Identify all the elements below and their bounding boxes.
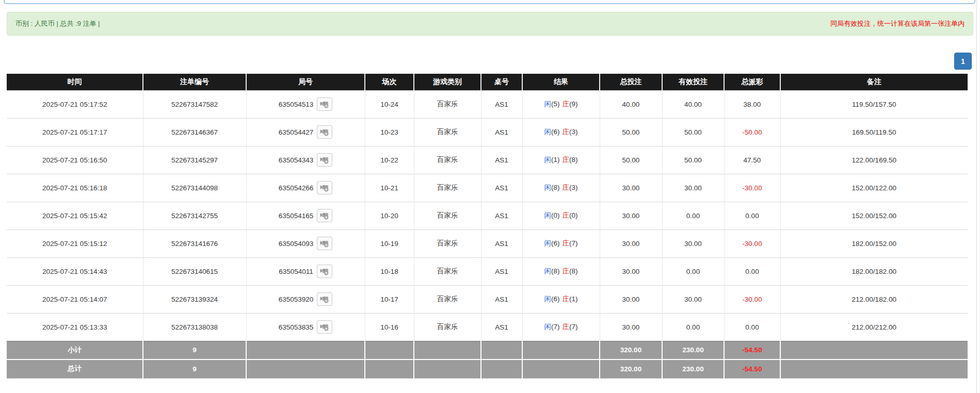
cell-valid-bet: 0.00 xyxy=(662,257,724,285)
bet-record-row: 2025-07-21 05:15:42 522673142755 6350541… xyxy=(7,202,968,230)
footer-empty-cell xyxy=(246,359,365,378)
cell-remark: 119.50/157.50 xyxy=(780,90,968,118)
cell-table-no: AS1 xyxy=(481,257,522,285)
cell-session: 10-22 xyxy=(365,146,414,174)
cell-total-bet-link[interactable]: 30.00 xyxy=(600,174,662,202)
cell-game-type: 百家乐 xyxy=(414,174,481,202)
cell-remark: 152.00/122.00 xyxy=(780,174,968,202)
cell-total-bet-link[interactable]: 30.00 xyxy=(600,285,662,313)
total-count: 9 xyxy=(143,359,246,378)
cell-time: 2025-07-21 05:15:42 xyxy=(7,202,143,230)
video-replay-button[interactable] xyxy=(317,97,332,111)
cell-round-id: 635054165 xyxy=(246,202,365,230)
round-number: 635054427 xyxy=(279,128,314,136)
bet-record-row: 2025-07-21 05:16:50 522673145297 6350543… xyxy=(7,146,968,174)
banker-result-label: 庄 xyxy=(563,239,570,247)
cell-session: 10-21 xyxy=(365,174,414,202)
cell-time: 2025-07-21 05:14:07 xyxy=(7,285,143,313)
video-replay-button[interactable] xyxy=(317,292,332,306)
player-result-points: (8) xyxy=(551,184,560,191)
currency-summary-text: 币别 : 人民币 | 总共 :9 注单 | xyxy=(15,19,100,28)
footer-empty-cell xyxy=(481,341,522,359)
cell-total-bet-link[interactable]: 30.00 xyxy=(600,313,662,341)
bet-record-row: 2025-07-21 05:16:18 522673144098 6350542… xyxy=(7,174,968,202)
table-body: 2025-07-21 05:17:52 522673147582 6350545… xyxy=(7,90,968,341)
cell-bet-id: 522673147582 xyxy=(143,90,246,118)
cell-result: 闲(6)庄(7) xyxy=(522,230,600,257)
cell-bet-id: 522673146367 xyxy=(143,118,246,146)
cell-session: 10-17 xyxy=(365,285,414,313)
cell-payout: -50.00 xyxy=(724,118,780,146)
cell-table-no: AS1 xyxy=(481,313,522,341)
cell-valid-bet: 0.00 xyxy=(662,313,724,341)
banker-result-points: (9) xyxy=(569,100,578,108)
banker-result-points: (8) xyxy=(569,267,578,275)
cell-valid-bet: 50.00 xyxy=(662,118,724,146)
video-replay-button[interactable] xyxy=(317,209,332,222)
video-camera-icon xyxy=(320,295,329,303)
cell-total-bet-link[interactable]: 30.00 xyxy=(600,230,662,257)
footer-empty-cell xyxy=(522,341,600,359)
cell-total-bet-link[interactable]: 30.00 xyxy=(600,202,662,230)
cell-remark: 122.00/169.50 xyxy=(780,146,968,174)
player-result-label: 闲 xyxy=(544,128,552,136)
cell-time: 2025-07-21 05:13:33 xyxy=(7,313,143,341)
player-result-points: (0) xyxy=(551,211,560,219)
cell-remark: 212.00/212.00 xyxy=(780,313,968,341)
round-number: 635054343 xyxy=(279,156,314,164)
banker-result-points: (7) xyxy=(569,323,578,331)
player-result-label: 闲 xyxy=(544,239,552,247)
cell-payout: 0.00 xyxy=(724,313,780,341)
col-header-session: 场次 xyxy=(365,74,414,90)
round-number: 635054266 xyxy=(279,184,314,192)
col-header-bet-id: 注单编号 xyxy=(143,74,246,90)
cell-result: 闲(8)庄(3) xyxy=(522,174,600,202)
cell-valid-bet: 30.00 xyxy=(662,230,724,257)
cell-time: 2025-07-21 05:16:18 xyxy=(7,174,143,202)
cell-time: 2025-07-21 05:14:43 xyxy=(7,257,143,285)
bet-record-row: 2025-07-21 05:15:12 522673141676 6350540… xyxy=(7,230,968,257)
cell-total-bet-link[interactable]: 50.00 xyxy=(600,146,662,174)
page-1-button[interactable]: 1 xyxy=(954,53,972,70)
video-camera-icon xyxy=(320,239,329,248)
footer-empty-cell xyxy=(365,359,414,378)
video-replay-button[interactable] xyxy=(317,237,332,250)
pagination-bar: 1 xyxy=(7,36,973,74)
round-number: 635054165 xyxy=(279,212,314,220)
cell-table-no: AS1 xyxy=(481,174,522,202)
footer-empty-cell xyxy=(780,341,968,359)
col-header-round-id: 局号 xyxy=(246,74,365,90)
col-header-payout: 总派彩 xyxy=(724,74,780,90)
total-total-bet: 320.00 xyxy=(600,359,662,378)
cell-payout: 47.50 xyxy=(724,146,780,174)
video-camera-icon xyxy=(320,267,329,275)
player-result-points: (6) xyxy=(551,295,560,303)
cell-total-bet-link[interactable]: 50.00 xyxy=(600,118,662,146)
cell-session: 10-18 xyxy=(365,257,414,285)
cell-round-id: 635053835 xyxy=(246,313,365,341)
round-number: 635053920 xyxy=(279,296,314,303)
cell-table-no: AS1 xyxy=(481,146,522,174)
cell-session: 10-19 xyxy=(365,230,414,257)
collapsed-panel-bottom-border xyxy=(4,0,975,4)
round-number: 635053835 xyxy=(279,323,314,331)
video-replay-button[interactable] xyxy=(317,320,332,334)
cell-time: 2025-07-21 05:15:12 xyxy=(7,230,143,257)
cell-valid-bet: 0.00 xyxy=(662,202,724,230)
video-replay-button[interactable] xyxy=(317,153,332,167)
video-camera-icon xyxy=(320,128,329,136)
summary-alert-bar: 币别 : 人民币 | 总共 :9 注单 | 同局有效投注，统一计算在该局第一张注… xyxy=(7,12,973,36)
video-replay-button[interactable] xyxy=(317,265,332,278)
video-replay-button[interactable] xyxy=(317,125,332,139)
cell-valid-bet: 50.00 xyxy=(662,146,724,174)
subtotal-count: 9 xyxy=(143,341,246,359)
cell-round-id: 635054513 xyxy=(246,90,365,118)
cell-total-bet-link[interactable]: 30.00 xyxy=(600,257,662,285)
video-replay-button[interactable] xyxy=(317,181,332,194)
subtotal-row: 小计 9 320.00 230.00 -54.50 xyxy=(7,341,968,359)
cell-game-type: 百家乐 xyxy=(414,230,481,257)
col-header-remark: 备注 xyxy=(780,74,968,90)
page-right-edge-line xyxy=(976,0,977,393)
cell-total-bet-link[interactable]: 40.00 xyxy=(600,90,662,118)
cell-time: 2025-07-21 05:17:17 xyxy=(7,118,143,146)
